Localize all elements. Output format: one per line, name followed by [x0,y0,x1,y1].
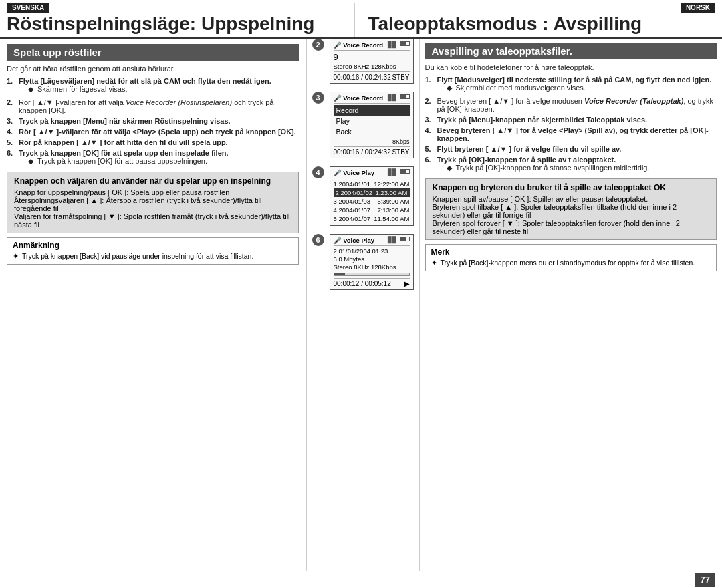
step-content-6: Tryck på knappen [OK] för att spela upp … [19,149,299,168]
left-column: Spela upp röstfiler Det går att höra rös… [0,39,306,571]
device-screen-2: 🎤 Voice Record ▊▊ 9 Stereo 8KHz 128Kbps … [330,39,414,84]
right-step-3: 3. Trykk på [Menu]-knappen når skjermbil… [425,116,717,124]
bullet-1-1: ◆ Skärmen för lägesval visas. [19,85,299,94]
step-num-3: 3. [7,117,19,125]
battery-icon-3 [400,94,410,99]
left-step-5: 5. Rör på knappen [ ▲/▼ ] för att hitta … [7,138,299,146]
ds-header-4: 🎤 Voice Play ▊▊ [334,169,410,178]
right-highlight-line-2: Bryteren spol tilbake [ ▲ ]: Spoler tale… [433,203,710,219]
right-step-6: 6. Trykk på [OK]-knappen for å spille av… [425,156,717,174]
right-steps-list: 1. Flytt [Modusvelger] til nederste stil… [425,76,717,174]
right-highlight-title: Knappen og bryteren du bruker til å spil… [433,183,710,192]
step-num-6: 6. [7,149,19,168]
left-highlight-title: Knappen och väljaren du använder när du … [14,176,291,186]
right-step-num-6: 6. [425,156,437,174]
left-note-title: Anmärkning [13,241,293,250]
step-content-1: Flytta [Lägesväljaren] nedåt för att slå… [19,77,299,96]
right-step-num-4: 4. [425,126,437,142]
menu-item-play[interactable]: Play [334,116,410,126]
left-intro: Det går att höra röstfilen genom att ans… [7,65,299,73]
ds-progress-bar [334,273,410,276]
right-bullet-1-1: ◆ Skjermbildet med modusvelgeren vises. [437,84,717,92]
header: SVENSKA Röstinspelningsläge: Uppspelning… [0,0,722,39]
header-left: SVENSKA Röstinspelningsläge: Uppspelning [7,3,354,37]
menu-item-record[interactable]: Record [334,105,410,116]
right-step-1: 1. Flytt [Modusvelger] til nederste stil… [425,76,717,94]
right-intro: Du kan koble til hodetelefoner for å hør… [425,63,717,71]
file-item-1: 1 2004/01/01 12:22:00 AM [334,180,410,188]
device-row-3: 3 🎤 Voice Record ▊▊ Record Play Back 8Kb… [312,92,414,158]
right-step-4: 4. Beveg bryteren [ ▲/▼ ] for å velge <P… [425,126,717,142]
right-step-content-2: Beveg bryteren [ ▲/▼ ] for å velge modus… [437,97,717,113]
right-highlight-line-1: Knappen spill av/pause [ OK ]: Spiller a… [433,195,710,203]
content-area: Spela upp röstfiler Det går att höra rös… [0,39,722,571]
step-content-2: Rör [ ▲/▼ ]-väljaren för att välja Voice… [19,98,299,114]
ds-number-2: 9 [334,52,410,62]
left-step-4: 4. Rör [ ▲/▼ ]-väljaren för att välja <P… [7,128,299,136]
right-note-item-1: ✦ Trykk på [Back]-knappen mens du er i s… [431,259,711,267]
highlight-line-1: Knapp för uppspelning/paus [ OK ]: Spela… [14,188,291,196]
file-item-4: 4 2004/01/07 7:13:00 AM [334,206,410,214]
left-step-3: 3. Tryck på knappen [Menu] när skärmen R… [7,117,299,125]
right-step-num-1: 1. [425,76,437,94]
ds-quality-3: 8Kbps [334,138,410,145]
right-step-content-3: Trykk på [Menu]-knappen når skjermbildet… [437,116,717,124]
ds-time-2: 00:00:16 / 00:24:32 STBY [334,71,410,81]
right-step-content-1: Flytt [Modusvelger] til nederste stillin… [437,76,717,94]
right-step-content-5: Flytt bryteren [ ▲/▼ ] for å velge filen… [437,145,717,153]
lang-badge-left: SVENSKA [7,3,49,13]
right-bullet-6-1: ◆ Trykk på [OK]-knappen for å stanse avs… [437,164,717,172]
device-screen-6: 🎤 Voice Play ▊▊ 2 01/01/2004 01:23 5.0 M… [330,234,414,290]
right-note-box: Merk ✦ Trykk på [Back]-knappen mens du e… [425,244,717,271]
right-step-content-6: Trykk på [OK]-knappen for å spille av t … [437,156,717,174]
left-note-box: Anmärkning ✦ Tryck på knappen [Back] vid… [7,237,299,265]
battery-icon-4 [400,169,410,174]
right-column: Avspilling av taleopptaksfiler. Du kan k… [420,39,723,571]
right-highlight-box: Knappen og bryteren du bruker til å spil… [425,178,717,240]
menu-item-back[interactable]: Back [334,126,410,137]
step-circle-2: 2 [312,39,324,51]
highlight-line-3: Väljaren för framåtspolning [ ▼ ]: Spola… [14,212,291,229]
right-section-heading: Avspilling av taleopptaksfiler. [425,43,717,59]
header-right: NORSK Taleopptaksmodus : Avspilling [354,3,716,37]
step-circle-3: 3 [312,92,324,104]
file-item-5: 5 2004/01/07 11:54:00 AM [334,214,410,223]
left-highlight-box: Knappen och väljaren du använder när du … [7,172,299,233]
left-step-1: 1. Flytta [Lägesväljaren] nedåt för att … [7,77,299,96]
left-step-2: 2. Rör [ ▲/▼ ]-väljaren för att välja Vo… [7,98,299,114]
right-step-2: 2. Beveg bryteren [ ▲/▼ ] for å velge mo… [425,97,717,113]
ds-time-6: 00:00:12 / 00:05:12 ▶ [334,278,410,287]
file-item-3: 3 2004/01/03 5:39:00 AM [334,197,410,206]
right-step-content-4: Beveg bryteren [ ▲/▼ ] for å velge <Play… [437,126,717,142]
battery-icon-2 [400,41,410,46]
step-content-3: Tryck på knappen [Menu] när skärmen Röst… [19,117,299,125]
step-content-5: Rör på knappen [ ▲/▼ ] för att hitta den… [19,138,299,146]
step-num-5: 5. [7,138,19,146]
left-note-item-1: ✦ Tryck på knappen [Back] vid pausläge u… [13,252,293,260]
ds-time-3: 00:00:16 / 00:24:32 STBY [334,146,410,156]
left-section-heading: Spela upp röstfiler [7,44,299,61]
device-screen-3: 🎤 Voice Record ▊▊ Record Play Back 8Kbps… [330,92,414,158]
step-num-4: 4. [7,128,19,136]
step-num-2: 2. [7,98,19,114]
ds-header-2: 🎤 Voice Record ▊▊ [334,41,410,51]
left-steps-list: 1. Flytta [Lägesväljaren] nedåt för att … [7,77,299,168]
step-content-4: Rör [ ▲/▼ ]-väljaren för att välja <Play… [19,128,299,136]
bullet-6-1: ◆ Tryck på knappen [OK] för att pausa up… [19,157,299,166]
battery-icon-6 [400,237,410,241]
page-wrapper: SVENSKA Röstinspelningsläge: Uppspelning… [0,0,722,588]
title-left: Röstinspelningsläge: Uppspelning [7,14,354,37]
device-row-2: 2 🎤 Voice Record ▊▊ 9 Stereo 8KHz 128Kbp… [312,39,414,84]
right-highlight-line-3: Bryteren spol forover [ ▼ ]: Spoler tale… [433,219,710,235]
step-circle-4: 4 [312,166,324,178]
right-step-num-2: 2. [425,97,437,113]
right-step-num-5: 5. [425,145,437,153]
ds-quality-2: Stereo 8KHz 128Kbps [334,63,410,70]
page-number: 77 [695,573,715,587]
ds-header-3: 🎤 Voice Record ▊▊ [334,94,410,104]
ds-detail-size: 5.0 Mbytes [334,255,410,263]
ds-progress-fill [334,273,346,275]
step-circle-6: 6 [312,234,324,246]
ds-header-6: 🎤 Voice Play ▊▊ [334,237,410,246]
file-item-2[interactable]: 2 2004/01/02 1:23:00 AM [334,188,410,197]
